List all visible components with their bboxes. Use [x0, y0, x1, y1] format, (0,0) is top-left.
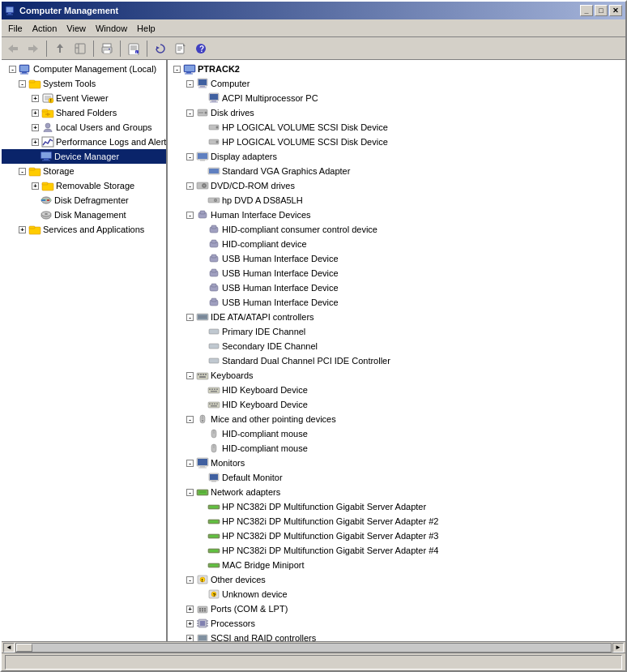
expand-dvd-cd[interactable]: - — [186, 182, 194, 190]
tree-item-ptrack2[interactable]: - PTRACK2 — [168, 62, 625, 76]
tree-item-perf-logs[interactable]: + Performance Logs and Alerts — [2, 135, 166, 149]
tree-item-usb-hid4[interactable]: USB Human Interface Device — [168, 295, 625, 310]
label-hid-kbd1: HID Keyboard Device — [222, 385, 308, 395]
expand-mice[interactable]: - — [186, 416, 194, 423]
tree-item-hp-logical2[interactable]: HP LOGICAL VOLUME SCSI Disk Device — [168, 135, 625, 149]
expand-keyboards[interactable]: - — [186, 372, 194, 379]
tree-item-hp-dvd[interactable]: hp DVD A DS8A5LH — [168, 193, 625, 208]
expand-removable[interactable]: + — [32, 182, 39, 190]
tree-item-hid-mouse2[interactable]: HID-compliant mouse — [168, 441, 625, 456]
label-hid-kbd2: HID Keyboard Device — [222, 400, 308, 409]
tree-item-std-dual[interactable]: Standard Dual Channel PCI IDE Controller — [168, 353, 625, 368]
expand-other-dev[interactable]: - — [186, 576, 194, 584]
tree-item-other-dev[interactable]: - ! Other devices — [168, 572, 625, 587]
export-button[interactable] — [171, 40, 190, 58]
tree-item-disk-drives[interactable]: - Disk drives — [168, 105, 625, 120]
tree-item-sys-tools[interactable]: - System Tools — [2, 76, 166, 91]
label-svc-apps: Services and Applications — [43, 225, 144, 234]
tree-item-storage[interactable]: - Storage — [2, 164, 166, 178]
scroll-track[interactable] — [15, 643, 612, 653]
tree-item-disk-mgmt[interactable]: Disk Management — [2, 208, 166, 222]
expand-disk-drives[interactable]: - — [186, 109, 194, 117]
tree-item-hid-consumer[interactable]: HID-compliant consumer control device — [168, 222, 625, 237]
expand-perf-logs[interactable]: + — [32, 139, 39, 146]
label-disk-drives: Disk drives — [211, 108, 254, 118]
tree-item-unknown-dev[interactable]: ? Unknown device — [168, 587, 625, 601]
tree-item-hid-devices[interactable]: - Human Interface Devices — [168, 208, 625, 222]
tree-item-usb-hid3[interactable]: USB Human Interface Device — [168, 280, 625, 295]
properties-button[interactable]: i — [124, 40, 143, 58]
minimize-button[interactable]: _ — [580, 5, 593, 16]
tree-item-hid-kbd2[interactable]: HID Keyboard Device — [168, 397, 625, 412]
expand-scsi-raid[interactable]: + — [186, 635, 194, 642]
expand-event-viewer[interactable]: + — [32, 95, 39, 102]
forward-button[interactable] — [23, 40, 43, 58]
tree-item-processors[interactable]: + Processors — [168, 616, 625, 631]
expand-processors[interactable]: + — [186, 620, 194, 627]
up-button[interactable] — [50, 40, 70, 58]
tree-item-secondary-ide[interactable]: Secondary IDE Channel — [168, 339, 625, 353]
tree-item-primary-ide[interactable]: Primary IDE Channel — [168, 324, 625, 339]
help-button[interactable]: ? — [191, 40, 211, 58]
refresh-button[interactable] — [151, 40, 170, 58]
tree-item-hid-device[interactable]: HID-compliant device — [168, 237, 625, 251]
tree-item-nc382-4[interactable]: HP NC382i DP Multifunction Gigabit Serve… — [168, 543, 625, 558]
tree-item-net-adapt[interactable]: - Network adapters — [168, 485, 625, 499]
tree-item-keyboards[interactable]: - Keyboards — [168, 368, 625, 383]
expand-local-users[interactable]: + — [32, 124, 39, 131]
expand-display-adapt[interactable]: - — [186, 153, 194, 161]
menu-action[interactable]: Action — [28, 19, 62, 36]
tree-item-event-viewer[interactable]: + ! Event Viewer — [2, 91, 166, 105]
menu-help[interactable]: Help — [132, 19, 160, 36]
tree-item-hid-mouse1[interactable]: HID-compliant mouse — [168, 426, 625, 441]
tree-item-monitors[interactable]: - Monitors — [168, 456, 625, 470]
tree-item-removable[interactable]: + Removable Storage — [2, 178, 166, 193]
expand-net-adapt[interactable]: - — [186, 489, 194, 496]
tree-item-nc382-3[interactable]: HP NC382i DP Multifunction Gigabit Serve… — [168, 529, 625, 543]
menu-window[interactable]: Window — [91, 19, 132, 36]
tree-item-display-adapt[interactable]: - Display adapters — [168, 149, 625, 164]
expand-cm-local[interactable]: - — [9, 66, 16, 73]
expand-ptrack2[interactable]: - — [173, 66, 181, 73]
back-button[interactable] — [3, 40, 23, 58]
tree-item-usb-hid2[interactable]: USB Human Interface Device — [168, 266, 625, 280]
expand-ide-ctrl[interactable]: - — [186, 314, 194, 321]
tree-item-mice[interactable]: - Mice and other pointing devices — [168, 412, 625, 426]
tree-item-cm-local[interactable]: - Computer Management (Local) — [2, 62, 166, 76]
expand-monitors[interactable]: - — [186, 460, 194, 467]
close-button[interactable]: ✕ — [609, 5, 622, 16]
tree-item-svc-apps[interactable]: + Services and Applications — [2, 222, 166, 237]
expand-hid-devices[interactable]: - — [186, 212, 194, 219]
tree-item-mac-bridge[interactable]: MAC Bridge Miniport — [168, 558, 625, 572]
menu-file[interactable]: File — [3, 19, 28, 36]
tree-item-computer[interactable]: - Computer — [168, 76, 625, 91]
tree-item-ports[interactable]: + Ports (COM & LPT) — [168, 601, 625, 616]
tree-item-hp-logical1[interactable]: HP LOGICAL VOLUME SCSI Disk Device — [168, 120, 625, 135]
expand-ports[interactable]: + — [186, 606, 194, 613]
menu-view[interactable]: View — [62, 19, 91, 36]
expand-computer[interactable]: - — [186, 80, 194, 88]
expand-storage[interactable]: - — [19, 168, 26, 175]
tree-item-local-users[interactable]: + Local Users and Groups — [2, 120, 166, 135]
expand-svc-apps[interactable]: + — [19, 226, 26, 233]
tree-item-nc382-1[interactable]: HP NC382i DP Multifunction Gigabit Serve… — [168, 499, 625, 514]
expand-shared-folders[interactable]: + — [32, 109, 39, 117]
tree-item-shared-folders[interactable]: + Shared Folders — [2, 105, 166, 120]
tree-item-device-mgr[interactable]: Device Manager — [2, 149, 166, 164]
tree-item-disk-defrag[interactable]: Disk Defragmenter — [2, 193, 166, 208]
tree-item-default-monitor[interactable]: Default Monitor — [168, 470, 625, 485]
print-button[interactable] — [97, 40, 117, 58]
tree-item-hid-kbd1[interactable]: HID Keyboard Device — [168, 383, 625, 397]
maximize-button[interactable]: □ — [595, 5, 608, 16]
tree-item-usb-hid1[interactable]: USB Human Interface Device — [168, 251, 625, 266]
tree-item-acpi[interactable]: ACPI Multiprocessor PC — [168, 91, 625, 105]
scroll-thumb[interactable] — [16, 644, 32, 652]
tree-item-std-vga[interactable]: Standard VGA Graphics Adapter — [168, 164, 625, 178]
tree-item-scsi-raid[interactable]: + SCSI and RAID controllers — [168, 631, 625, 641]
tree-item-dvd-cd[interactable]: - DVD/CD-ROM drives — [168, 178, 625, 193]
horizontal-scrollbar[interactable]: ◄ ► — [2, 641, 625, 653]
expand-sys-tools[interactable]: - — [19, 80, 26, 88]
tree-item-nc382-2[interactable]: HP NC382i DP Multifunction Gigabit Serve… — [168, 514, 625, 529]
show-tree-button[interactable] — [70, 40, 90, 58]
tree-item-ide-ctrl[interactable]: - IDE ATA/ATAPI controllers — [168, 310, 625, 324]
